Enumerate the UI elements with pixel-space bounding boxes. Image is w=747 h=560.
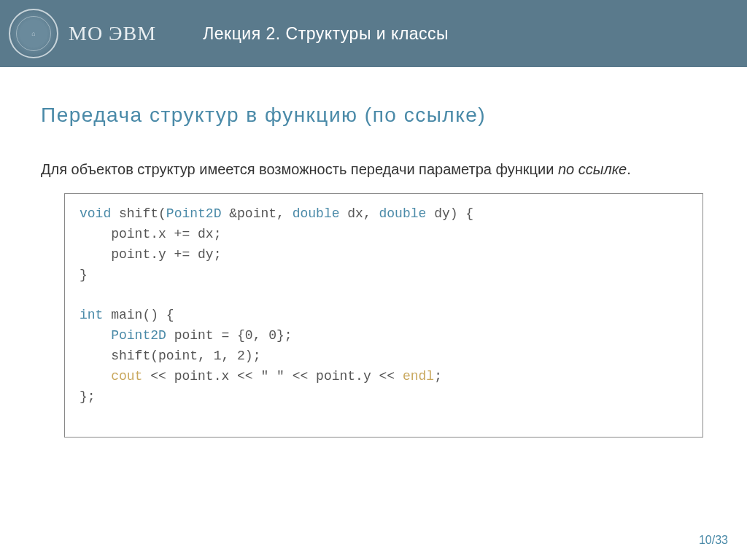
logo-icon: ⌂ — [9, 9, 58, 58]
code-text: main() { — [103, 308, 174, 322]
code-text: dx, — [340, 206, 379, 221]
lecture-title: Лекция 2. Структуры и классы — [203, 24, 449, 44]
logo-text: МО ЭВМ — [69, 22, 156, 45]
code-line: point.x += dx; — [80, 227, 221, 241]
kw-cout: cout — [111, 369, 142, 384]
code-text: << point.x << " " << point.y << — [142, 369, 402, 384]
body-text-post: . — [627, 161, 631, 177]
code-text: dy) { — [426, 206, 473, 221]
content-area: Передача структур в функцию (по ссылке) … — [0, 67, 747, 438]
code-line: }; — [80, 389, 96, 404]
kw-double: double — [293, 206, 340, 221]
kw-endl: endl — [403, 369, 434, 384]
header-bar: ⌂ МО ЭВМ Лекция 2. Структуры и классы — [0, 0, 747, 67]
kw-type: Point2D — [80, 328, 166, 343]
kw-int: int — [80, 308, 103, 322]
code-text: &point, — [221, 206, 292, 221]
kw-double: double — [379, 206, 427, 221]
logo-group: ⌂ МО ЭВМ — [9, 9, 156, 58]
body-text-italic: по ссылке — [558, 161, 627, 177]
kw-type: Point2D — [166, 206, 222, 221]
code-line: point.y += dy; — [80, 247, 221, 262]
kw-void: void — [80, 206, 111, 221]
body-text-pre: Для объектов структур имеется возможност… — [41, 161, 558, 177]
section-title: Передача структур в функцию (по ссылке) — [41, 104, 711, 127]
code-text: shift( — [111, 206, 166, 221]
page-number: 10/33 — [699, 534, 728, 547]
body-paragraph: Для объектов структур имеется возможност… — [41, 159, 711, 180]
code-line: shift(point, 1, 2); — [80, 349, 260, 363]
code-block: void shift(Point2D &point, double dx, do… — [64, 193, 703, 438]
logo-inner-icon: ⌂ — [16, 16, 51, 51]
code-text: ; — [434, 369, 442, 384]
code-text: point = {0, 0}; — [166, 328, 293, 343]
code-line: } — [80, 268, 88, 282]
code-text — [80, 369, 111, 384]
